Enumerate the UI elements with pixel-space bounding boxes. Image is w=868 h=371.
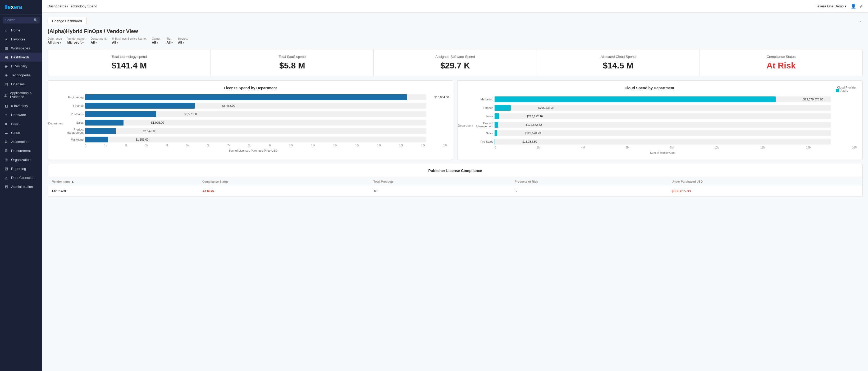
kpi-label: Total technology spend xyxy=(54,55,204,59)
bar-value: $3,561.00 xyxy=(184,112,197,116)
filter-department[interactable]: Department: All xyxy=(91,37,107,44)
sidebar-item-home[interactable]: ⌂ Home xyxy=(0,26,42,35)
filter-tier-value[interactable]: All xyxy=(166,41,173,44)
sidebar-item-it-visibility[interactable]: ◉ IT Visibility xyxy=(0,62,42,71)
sidebar-item-data-collection[interactable]: ◬ Data Collection xyxy=(0,173,42,182)
kpi-assigned-software-spend: Assigned Software Spend $29.7 K xyxy=(374,49,537,76)
cloud-legend: Cloud Provider: Azure xyxy=(836,86,857,92)
sidebar-item-workspaces[interactable]: ▦ Workspaces xyxy=(0,44,42,53)
cloud-bar-row: None $217,122.16 xyxy=(495,113,831,119)
x-tick: 2M xyxy=(537,146,540,149)
col-total-products[interactable]: Total Products xyxy=(369,177,510,186)
compliance-table: Vendor name ▲ Compliance Status Total Pr… xyxy=(48,177,863,197)
x-tick: 17k xyxy=(443,144,447,147)
sidebar-item-organization[interactable]: ◎ Organization xyxy=(0,155,42,164)
user-profile-icon[interactable]: 👤 xyxy=(851,4,856,9)
col-products-at-risk[interactable]: Products At Risk xyxy=(510,177,668,186)
cloud-chart-header: Cloud Spend by Department Cloud Provider… xyxy=(463,86,857,92)
administration-icon: ◩ xyxy=(4,184,8,189)
filter-tier[interactable]: Tier: All xyxy=(166,37,173,44)
sidebar-item-favorites[interactable]: ★ Favorites xyxy=(0,35,42,44)
sidebar-item-technopedia[interactable]: ◈ Technopedia xyxy=(0,71,42,79)
license-x-label: Sum of Licenses Purchase Price USD xyxy=(58,149,447,152)
cloud-bar-row: Product Management $172,672.62 xyxy=(495,122,831,128)
filter-owner-value[interactable]: All xyxy=(152,41,161,44)
col-under-purchased[interactable]: Under Purchased USD xyxy=(668,177,863,186)
sidebar-item-label: SaaS xyxy=(11,122,20,126)
filters-row: Date range All time Vendor name: Microso… xyxy=(48,37,863,44)
breadcrumb-parent[interactable]: Dashboards xyxy=(48,4,66,8)
kpi-label: Compliance Status xyxy=(706,55,856,59)
x-tick: 15k xyxy=(399,144,403,147)
sidebar-item-procurement[interactable]: $ Procurement xyxy=(0,146,42,155)
favorites-icon: ★ xyxy=(4,37,8,41)
hardware-icon: ▪ xyxy=(4,112,8,117)
filter-hosted[interactable]: Hosted: All xyxy=(178,37,188,44)
filter-date-value[interactable]: All time xyxy=(48,41,62,44)
filter-owner[interactable]: Owner: All xyxy=(152,37,161,44)
three-dots-menu[interactable]: ··· xyxy=(858,18,863,24)
bar-value: $16,383.50 xyxy=(522,140,537,143)
bar-track xyxy=(85,94,426,100)
vendor-name-cell: Microsoft xyxy=(48,186,198,197)
topbar-user[interactable]: Flexera One Demo ▾ xyxy=(814,4,846,8)
it-visibility-icon: ◉ xyxy=(4,64,8,68)
col-vendor-name[interactable]: Vendor name ▲ xyxy=(48,177,198,186)
sidebar-item-label: 0 Inventory xyxy=(11,104,28,108)
filter-biz-value[interactable]: All xyxy=(112,41,147,44)
saas-icon: ◆ xyxy=(4,122,8,126)
filter-vendor[interactable]: Vendor name: Microsoft xyxy=(67,37,86,44)
sidebar-item-label: Organization xyxy=(11,158,31,162)
sidebar-item-applications-evidence[interactable]: ◫ Applications & Evidence xyxy=(0,89,42,101)
x-tick: 13k xyxy=(355,144,360,147)
sidebar-item-saas[interactable]: ◆ SaaS xyxy=(0,119,42,128)
col-compliance-status[interactable]: Compliance Status xyxy=(198,177,369,186)
filter-hosted-value[interactable]: All xyxy=(178,41,188,44)
bar-fill-azure xyxy=(495,122,498,128)
cloud-legend-item: Azure xyxy=(836,89,857,92)
sidebar-item-reporting[interactable]: ▨ Reporting xyxy=(0,164,42,173)
sidebar-item-licenses[interactable]: ▤ Licenses xyxy=(0,79,42,89)
sidebar-item-automation[interactable]: ⚙ Automation xyxy=(0,137,42,146)
bar-track xyxy=(495,139,831,144)
sidebar-item-cloud[interactable]: ☁ Cloud xyxy=(0,128,42,137)
sidebar-item-label: Hardware xyxy=(11,113,26,117)
sidebar-item-administration[interactable]: ◩ Administration xyxy=(0,182,42,191)
bar-fill xyxy=(85,103,195,109)
inventory-icon: ◧ xyxy=(4,104,8,108)
kpi-value: $29.7 K xyxy=(380,61,530,71)
filter-dept-value[interactable]: All xyxy=(91,41,107,44)
filter-date-range[interactable]: Date range All time xyxy=(48,37,62,44)
licenses-icon: ▤ xyxy=(4,82,8,86)
change-dashboard-button[interactable]: Change Dashboard xyxy=(48,17,87,25)
share-icon[interactable]: ⇗ xyxy=(859,4,863,9)
x-tick: 6M xyxy=(625,146,629,149)
bar-fill-azure xyxy=(495,96,776,102)
filter-business-service[interactable]: H Business Service Name: All xyxy=(112,37,147,44)
search-box[interactable]: 🔍 xyxy=(3,16,40,24)
cloud-x-axis: 02M4M6M8M10M12M14M16M xyxy=(468,146,857,149)
x-tick: 4k xyxy=(166,144,169,147)
x-tick: 3k xyxy=(145,144,148,147)
filter-date-label: Date range xyxy=(48,37,62,40)
cloud-legend-dot-azure xyxy=(836,89,839,92)
x-tick: 11k xyxy=(311,144,315,147)
sidebar-item-label: Applications & Evidence xyxy=(10,91,39,99)
compliance-status-cell: At Risk xyxy=(198,186,369,197)
bar-fill xyxy=(85,137,108,142)
license-bar-row: Engineering $16,034.00 xyxy=(85,94,426,100)
bar-track xyxy=(495,130,831,136)
under-purchased-cell: $360,615.00 xyxy=(668,186,863,197)
sidebar-item-dashboards[interactable]: ▣ Dashboards xyxy=(0,53,42,62)
content-area: Change Dashboard ··· (Alpha)Hybrid FinOp… xyxy=(42,13,868,371)
reporting-icon: ▨ xyxy=(4,166,8,171)
sidebar-item-hardware[interactable]: ▪ Hardware xyxy=(0,110,42,119)
sidebar-item-inventory[interactable]: ◧ 0 Inventory xyxy=(0,101,42,110)
kpi-label: Assigned Software Spend xyxy=(380,55,530,59)
sidebar-item-label: Technopedia xyxy=(11,73,31,77)
filter-vendor-value[interactable]: Microsoft xyxy=(67,41,86,44)
bar-track xyxy=(85,128,426,134)
license-spend-chart: License Spend by Department Department E… xyxy=(48,80,453,160)
filter-owner-label: Owner: xyxy=(152,37,161,40)
user-chevron-icon: ▾ xyxy=(845,4,846,8)
